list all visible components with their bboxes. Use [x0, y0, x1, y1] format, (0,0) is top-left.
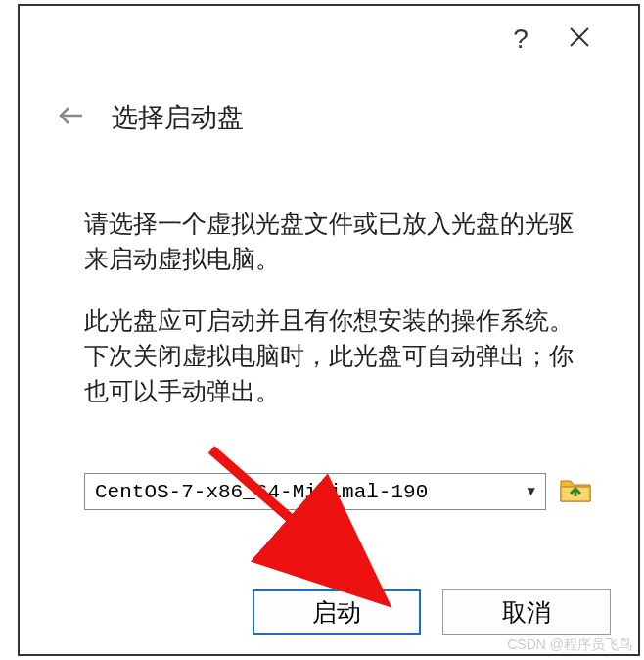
back-arrow-icon	[57, 104, 84, 131]
start-button-label: 启动	[312, 596, 361, 629]
button-row: 启动 取消	[253, 589, 611, 635]
cancel-button[interactable]: 取消	[442, 589, 611, 635]
help-button[interactable]: ?	[491, 16, 550, 63]
titlebar: ?	[20, 6, 638, 61]
dialog-body: 请选择一个虚拟光盘文件或已放入光盘的光驱来启动虚拟电脑。 此光盘应可启动并且有你…	[20, 135, 638, 408]
back-button[interactable]	[53, 100, 88, 135]
disk-selector-row: CentOS-7-x86_64-Minimal-190 ▼	[20, 434, 638, 510]
close-button[interactable]	[550, 16, 609, 63]
browse-folder-button[interactable]	[558, 477, 593, 506]
header: 选择启动盘	[20, 61, 638, 135]
chevron-down-icon: ▼	[528, 484, 535, 499]
close-icon	[569, 24, 590, 55]
disk-dropdown[interactable]: CentOS-7-x86_64-Minimal-190 ▼	[84, 473, 546, 510]
start-button[interactable]: 启动	[253, 589, 421, 635]
dialog-title: 选择启动盘	[112, 100, 244, 135]
dropdown-selected-value: CentOS-7-x86_64-Minimal-190	[95, 481, 428, 503]
help-icon: ?	[513, 24, 529, 55]
watermark: CSDN @程序员飞鸟	[507, 636, 632, 654]
instruction-paragraph-2: 此光盘应可启动并且有你想安装的操作系统。下次关闭虚拟电脑时，此光盘可自动弹出；你…	[84, 303, 593, 409]
cancel-button-label: 取消	[502, 596, 551, 629]
folder-icon	[559, 476, 592, 507]
startup-disk-dialog: ? 选择启动盘 请选择一个虚拟光盘文件或已放入光盘的光驱来启动虚拟电脑。 此光盘…	[18, 4, 640, 656]
instruction-paragraph-1: 请选择一个虚拟光盘文件或已放入光盘的光驱来启动虚拟电脑。	[84, 206, 593, 277]
